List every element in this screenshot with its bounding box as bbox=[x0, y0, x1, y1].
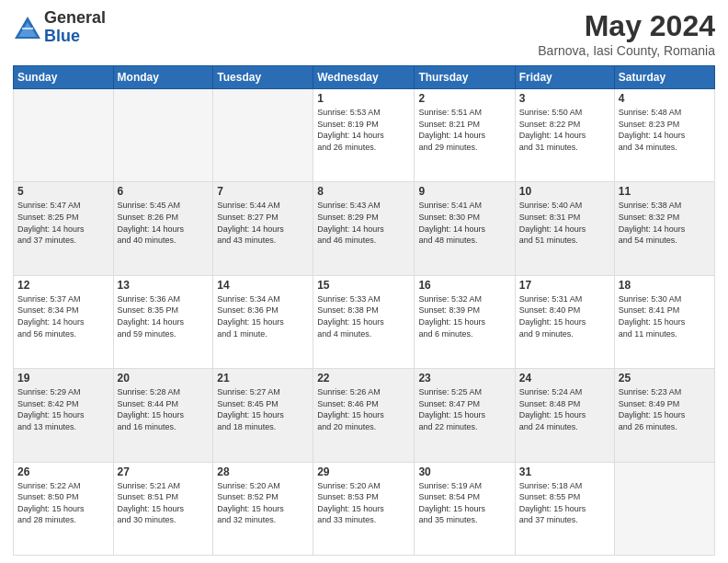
day-info: Sunrise: 5:25 AM Sunset: 8:47 PM Dayligh… bbox=[418, 386, 510, 432]
day-info: Sunrise: 5:43 AM Sunset: 8:29 PM Dayligh… bbox=[317, 200, 410, 246]
day-info: Sunrise: 5:38 AM Sunset: 8:32 PM Dayligh… bbox=[619, 200, 711, 246]
day-info: Sunrise: 5:19 AM Sunset: 8:54 PM Dayligh… bbox=[418, 480, 510, 526]
calendar-cell: 14Sunrise: 5:34 AM Sunset: 8:36 PM Dayli… bbox=[213, 275, 313, 368]
day-number: 28 bbox=[217, 465, 309, 478]
day-info: Sunrise: 5:24 AM Sunset: 8:48 PM Dayligh… bbox=[519, 386, 610, 432]
day-number: 20 bbox=[118, 372, 210, 385]
day-info: Sunrise: 5:34 AM Sunset: 8:36 PM Dayligh… bbox=[217, 293, 309, 339]
calendar-cell: 9Sunrise: 5:41 AM Sunset: 8:30 PM Daylig… bbox=[415, 182, 515, 275]
day-number: 18 bbox=[619, 279, 711, 292]
day-number: 8 bbox=[317, 185, 410, 198]
calendar-table: SundayMondayTuesdayWednesdayThursdayFrid… bbox=[13, 65, 715, 556]
logo-blue-text: Blue bbox=[44, 28, 106, 46]
calendar-cell: 18Sunrise: 5:30 AM Sunset: 8:41 PM Dayli… bbox=[614, 275, 714, 368]
day-info: Sunrise: 5:22 AM Sunset: 8:50 PM Dayligh… bbox=[17, 480, 109, 526]
calendar-cell: 3Sunrise: 5:50 AM Sunset: 8:22 PM Daylig… bbox=[515, 89, 614, 182]
calendar-cell: 20Sunrise: 5:28 AM Sunset: 8:44 PM Dayli… bbox=[113, 369, 213, 462]
day-info: Sunrise: 5:40 AM Sunset: 8:31 PM Dayligh… bbox=[519, 200, 610, 246]
calendar-cell: 26Sunrise: 5:22 AM Sunset: 8:50 PM Dayli… bbox=[14, 462, 114, 555]
calendar-cell: 1Sunrise: 5:53 AM Sunset: 8:19 PM Daylig… bbox=[313, 89, 415, 182]
calendar-cell: 27Sunrise: 5:21 AM Sunset: 8:51 PM Dayli… bbox=[113, 462, 213, 555]
day-info: Sunrise: 5:28 AM Sunset: 8:44 PM Dayligh… bbox=[118, 386, 210, 432]
day-number: 6 bbox=[118, 185, 210, 198]
calendar-cell bbox=[213, 89, 313, 182]
day-number: 3 bbox=[519, 92, 610, 105]
calendar-cell: 16Sunrise: 5:32 AM Sunset: 8:39 PM Dayli… bbox=[415, 275, 515, 368]
calendar-week-row: 26Sunrise: 5:22 AM Sunset: 8:50 PM Dayli… bbox=[14, 462, 715, 555]
calendar-week-row: 1Sunrise: 5:53 AM Sunset: 8:19 PM Daylig… bbox=[14, 89, 715, 182]
day-info: Sunrise: 5:21 AM Sunset: 8:51 PM Dayligh… bbox=[118, 480, 210, 526]
day-number: 30 bbox=[418, 465, 510, 478]
day-info: Sunrise: 5:27 AM Sunset: 8:45 PM Dayligh… bbox=[217, 386, 309, 432]
calendar-cell: 6Sunrise: 5:45 AM Sunset: 8:26 PM Daylig… bbox=[113, 182, 213, 275]
calendar-cell: 30Sunrise: 5:19 AM Sunset: 8:54 PM Dayli… bbox=[415, 462, 515, 555]
logo-icon bbox=[13, 15, 42, 40]
day-number: 19 bbox=[17, 372, 109, 385]
day-number: 10 bbox=[519, 185, 610, 198]
col-header-monday: Monday bbox=[113, 66, 213, 89]
day-number: 27 bbox=[118, 465, 210, 478]
day-info: Sunrise: 5:23 AM Sunset: 8:49 PM Dayligh… bbox=[619, 386, 711, 432]
day-info: Sunrise: 5:18 AM Sunset: 8:55 PM Dayligh… bbox=[519, 480, 610, 526]
day-info: Sunrise: 5:31 AM Sunset: 8:40 PM Dayligh… bbox=[519, 293, 610, 339]
calendar-cell: 2Sunrise: 5:51 AM Sunset: 8:21 PM Daylig… bbox=[415, 89, 515, 182]
col-header-friday: Friday bbox=[515, 66, 614, 89]
col-header-tuesday: Tuesday bbox=[213, 66, 313, 89]
calendar-cell: 21Sunrise: 5:27 AM Sunset: 8:45 PM Dayli… bbox=[213, 369, 313, 462]
day-info: Sunrise: 5:48 AM Sunset: 8:23 PM Dayligh… bbox=[619, 107, 711, 153]
col-header-sunday: Sunday bbox=[14, 66, 114, 89]
day-number: 29 bbox=[317, 465, 410, 478]
day-number: 5 bbox=[17, 185, 109, 198]
day-info: Sunrise: 5:20 AM Sunset: 8:53 PM Dayligh… bbox=[317, 480, 410, 526]
col-header-thursday: Thursday bbox=[415, 66, 515, 89]
logo-text: General Blue bbox=[44, 9, 106, 46]
day-info: Sunrise: 5:30 AM Sunset: 8:41 PM Dayligh… bbox=[619, 293, 711, 339]
title-block: May 2024 Barnova, Iasi County, Romania bbox=[538, 9, 715, 58]
day-number: 31 bbox=[519, 465, 610, 478]
day-number: 13 bbox=[118, 279, 210, 292]
day-number: 16 bbox=[418, 279, 510, 292]
day-info: Sunrise: 5:37 AM Sunset: 8:34 PM Dayligh… bbox=[17, 293, 109, 339]
svg-rect-2 bbox=[22, 28, 33, 29]
calendar-cell: 17Sunrise: 5:31 AM Sunset: 8:40 PM Dayli… bbox=[515, 275, 614, 368]
day-number: 7 bbox=[217, 185, 309, 198]
calendar-cell bbox=[113, 89, 213, 182]
calendar-cell: 12Sunrise: 5:37 AM Sunset: 8:34 PM Dayli… bbox=[14, 275, 114, 368]
day-info: Sunrise: 5:53 AM Sunset: 8:19 PM Dayligh… bbox=[317, 107, 410, 153]
calendar-cell: 13Sunrise: 5:36 AM Sunset: 8:35 PM Dayli… bbox=[113, 275, 213, 368]
calendar-header-row: SundayMondayTuesdayWednesdayThursdayFrid… bbox=[14, 66, 715, 89]
day-info: Sunrise: 5:20 AM Sunset: 8:52 PM Dayligh… bbox=[217, 480, 309, 526]
day-number: 9 bbox=[418, 185, 510, 198]
day-number: 23 bbox=[418, 372, 510, 385]
day-number: 26 bbox=[17, 465, 109, 478]
day-number: 4 bbox=[619, 92, 711, 105]
calendar-cell: 24Sunrise: 5:24 AM Sunset: 8:48 PM Dayli… bbox=[515, 369, 614, 462]
calendar-cell bbox=[14, 89, 114, 182]
day-number: 17 bbox=[519, 279, 610, 292]
calendar-cell: 10Sunrise: 5:40 AM Sunset: 8:31 PM Dayli… bbox=[515, 182, 614, 275]
day-number: 22 bbox=[317, 372, 410, 385]
calendar-cell: 5Sunrise: 5:47 AM Sunset: 8:25 PM Daylig… bbox=[14, 182, 114, 275]
day-number: 25 bbox=[619, 372, 711, 385]
day-info: Sunrise: 5:41 AM Sunset: 8:30 PM Dayligh… bbox=[418, 200, 510, 246]
day-info: Sunrise: 5:32 AM Sunset: 8:39 PM Dayligh… bbox=[418, 293, 510, 339]
calendar-week-row: 12Sunrise: 5:37 AM Sunset: 8:34 PM Dayli… bbox=[14, 275, 715, 368]
logo: General Blue bbox=[13, 9, 106, 46]
calendar-cell: 22Sunrise: 5:26 AM Sunset: 8:46 PM Dayli… bbox=[313, 369, 415, 462]
calendar-cell: 28Sunrise: 5:20 AM Sunset: 8:52 PM Dayli… bbox=[213, 462, 313, 555]
month-title: May 2024 bbox=[538, 9, 715, 43]
calendar-cell: 25Sunrise: 5:23 AM Sunset: 8:49 PM Dayli… bbox=[614, 369, 714, 462]
calendar-cell: 11Sunrise: 5:38 AM Sunset: 8:32 PM Dayli… bbox=[614, 182, 714, 275]
calendar-cell: 8Sunrise: 5:43 AM Sunset: 8:29 PM Daylig… bbox=[313, 182, 415, 275]
calendar-week-row: 5Sunrise: 5:47 AM Sunset: 8:25 PM Daylig… bbox=[14, 182, 715, 275]
day-number: 1 bbox=[317, 92, 410, 105]
day-info: Sunrise: 5:26 AM Sunset: 8:46 PM Dayligh… bbox=[317, 386, 410, 432]
day-info: Sunrise: 5:50 AM Sunset: 8:22 PM Dayligh… bbox=[519, 107, 610, 153]
calendar-week-row: 19Sunrise: 5:29 AM Sunset: 8:42 PM Dayli… bbox=[14, 369, 715, 462]
calendar-cell: 7Sunrise: 5:44 AM Sunset: 8:27 PM Daylig… bbox=[213, 182, 313, 275]
day-number: 12 bbox=[17, 279, 109, 292]
day-number: 11 bbox=[619, 185, 711, 198]
day-info: Sunrise: 5:33 AM Sunset: 8:38 PM Dayligh… bbox=[317, 293, 410, 339]
calendar-cell: 31Sunrise: 5:18 AM Sunset: 8:55 PM Dayli… bbox=[515, 462, 614, 555]
location: Barnova, Iasi County, Romania bbox=[538, 43, 715, 58]
